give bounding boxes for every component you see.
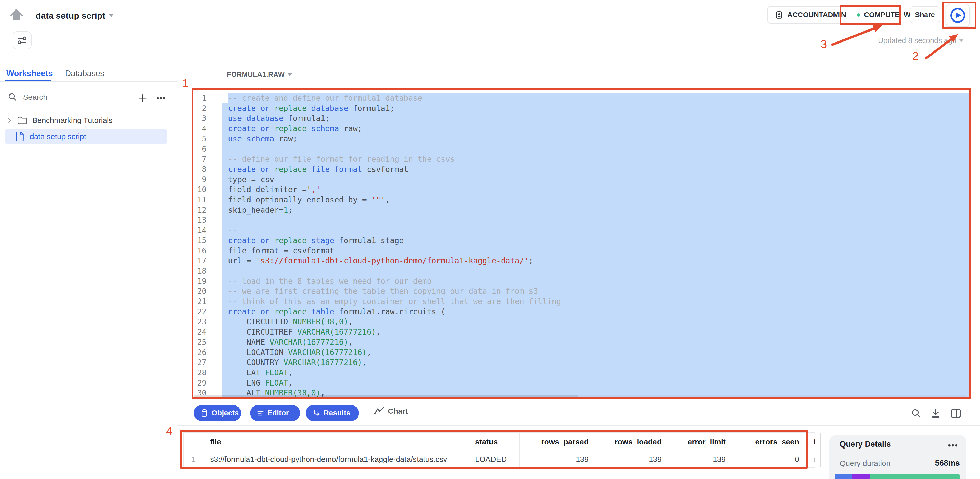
objects-label: Objects — [212, 409, 239, 417]
annotation-label-4: 4 — [166, 425, 172, 438]
results-vscrollbar[interactable] — [820, 433, 821, 467]
code-line: LOCATION VARCHAR(16777216), — [222, 347, 969, 358]
warehouse-label: COMPUTE_WH — [864, 11, 916, 19]
code-line: create or replace table formula1.raw.cir… — [222, 307, 969, 317]
editor-context-label: FORMULA1.RAW — [227, 71, 285, 79]
split-view-button[interactable] — [950, 408, 961, 419]
code-line: use schema raw; — [222, 134, 969, 144]
query-duration-bar — [835, 474, 960, 479]
editor-context-selector[interactable]: FORMULA1.RAW — [227, 71, 292, 79]
folder-icon — [17, 116, 28, 125]
line-number: 10 — [187, 185, 207, 195]
line-number: 17 — [187, 256, 207, 266]
column-header[interactable]: fi — [807, 433, 815, 451]
code-line: LNG FLOAT, — [222, 378, 969, 388]
table-cell[interactable]: 139 — [669, 451, 733, 468]
home-icon — [9, 8, 24, 22]
results-label: Results — [323, 409, 350, 417]
column-header[interactable]: status — [468, 433, 520, 451]
code-line: LAT FLOAT, — [222, 368, 969, 378]
column-header[interactable]: errors_seen — [733, 433, 807, 451]
editor-hscrollbar-thumb[interactable] — [194, 395, 578, 398]
chart-toggle-button[interactable]: Chart — [374, 407, 408, 415]
code-line: NAME VARCHAR(16777216), — [222, 337, 969, 347]
table-cell[interactable]: s3://formula1-dbt-cloud-python-demo/form… — [204, 451, 468, 468]
duration-bar-segment — [870, 474, 960, 479]
sidebar-item-folder[interactable]: Benchmarking Tutorials — [3, 113, 169, 127]
search-results-button[interactable] — [911, 408, 922, 419]
run-button[interactable] — [946, 4, 970, 27]
results-divider — [177, 425, 980, 426]
search-icon — [8, 92, 18, 102]
table-cell[interactable]: 139 — [596, 451, 669, 468]
table-cell[interactable]: 139 — [520, 451, 596, 468]
query-details-menu-button[interactable] — [946, 441, 959, 450]
line-number: 25 — [187, 337, 207, 347]
line-number: 7 — [187, 154, 207, 164]
column-header[interactable]: file — [204, 433, 468, 451]
code-line: type = csv — [222, 174, 969, 185]
snowsight-app: { "header": { "title": "data setup scrip… — [0, 0, 980, 479]
line-number: 24 — [187, 327, 207, 337]
header-divider — [0, 59, 980, 59]
code-line: COUNTRY VARCHAR(16777216), — [222, 357, 969, 368]
objects-toggle-button[interactable]: Objects — [194, 405, 241, 421]
tab-databases[interactable]: Databases — [65, 68, 104, 78]
sidebar-item-worksheet-selected[interactable]: data setup script — [5, 129, 167, 145]
share-button[interactable]: Share — [910, 6, 940, 23]
code-line: create or replace schema raw; — [222, 124, 969, 134]
code-line: file_format = csvformat — [222, 246, 969, 256]
code-line: skip_header=1; — [222, 205, 969, 215]
code-line — [222, 144, 969, 154]
ellipsis-icon — [946, 441, 959, 450]
home-button[interactable] — [9, 7, 24, 22]
line-number: 29 — [187, 378, 207, 388]
annotation-label-1: 1 — [182, 77, 189, 90]
sidebar-tabs-divider — [0, 81, 177, 82]
query-duration-value: 568ms — [935, 458, 960, 468]
warehouse-selector[interactable]: COMPUTE_WH — [857, 11, 916, 19]
plus-icon — [138, 93, 148, 103]
updated-text: Updated 8 seconds ago — [878, 37, 956, 45]
role-selector[interactable]: ACCOUNTADMIN — [775, 10, 846, 19]
line-number: 6 — [187, 144, 207, 154]
tab-worksheets[interactable]: Worksheets — [6, 68, 53, 78]
search-input[interactable] — [23, 93, 108, 102]
editor-toggle-button[interactable]: Editor — [250, 405, 300, 421]
code-line — [222, 215, 969, 225]
code-line: CIRCUITREF VARCHAR(16777216), — [222, 327, 969, 337]
code-line: -- we are first creating the table then … — [222, 286, 969, 296]
code-line: CIRCUITID NUMBER(38,0), — [222, 317, 969, 327]
column-header[interactable]: error_limit — [669, 433, 733, 451]
code-line: use database formula1; — [222, 113, 969, 124]
database-icon — [200, 409, 208, 417]
session-context-pill: ACCOUNTADMIN COMPUTE_WH — [767, 6, 901, 24]
results-toggle-button[interactable]: Results — [305, 405, 359, 421]
updated-ago-menu[interactable]: Updated 8 seconds ago — [878, 37, 964, 45]
columns-icon — [950, 408, 961, 419]
user-badge-icon — [775, 10, 784, 19]
worksheet-filters-button[interactable] — [13, 31, 32, 49]
table-cell[interactable]: n — [807, 451, 815, 468]
query-duration-label: Query duration — [840, 459, 890, 468]
row-number-header — [184, 433, 204, 451]
download-results-button[interactable] — [930, 408, 942, 419]
active-tab-underline — [5, 80, 51, 81]
chevron-down-icon — [109, 14, 113, 17]
table-cell[interactable]: 0 — [733, 451, 807, 468]
line-number: 27 — [187, 357, 207, 368]
chevron-down-icon — [288, 73, 292, 76]
line-number: 9 — [187, 174, 207, 185]
line-number: 22 — [187, 307, 207, 317]
column-header[interactable]: rows_parsed — [520, 433, 596, 451]
return-arrow-icon — [312, 409, 320, 417]
search-icon — [911, 408, 922, 419]
table-cell[interactable]: LOADED — [468, 451, 520, 468]
column-header[interactable]: rows_loaded — [596, 433, 669, 451]
sidebar-more-button[interactable] — [153, 92, 169, 104]
new-worksheet-button[interactable] — [137, 92, 149, 104]
page-title: data setup script — [36, 11, 105, 21]
worksheet-title-menu[interactable]: data setup script — [36, 11, 113, 21]
line-number: 15 — [187, 236, 207, 246]
line-number: 1 — [187, 93, 207, 103]
